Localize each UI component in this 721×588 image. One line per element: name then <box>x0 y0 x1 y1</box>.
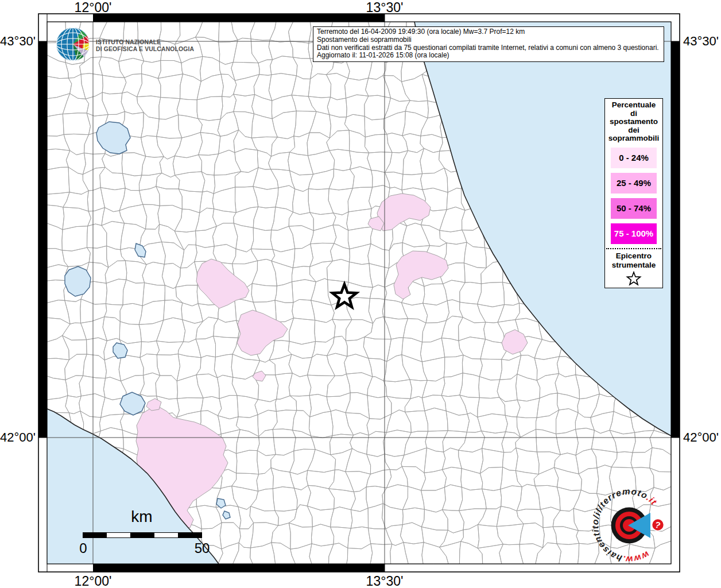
axis-label-right-bottom: 42°00' <box>683 430 721 445</box>
axis-label-bottom-left: 12°00' <box>73 574 113 588</box>
axis-label-top-left: 12°00' <box>73 0 113 16</box>
legend-swatch-label: 0 - 24% <box>619 153 649 163</box>
scalebar-segment <box>107 533 130 537</box>
legend-swatch-75-100: 75 - 100% <box>611 223 657 244</box>
info-line-quantity: Spostamento dei soprammobili <box>317 36 660 44</box>
info-line-updated: Aggiornato il: 11-01-2026 15:08 (ora loc… <box>317 52 660 60</box>
info-line-source: Dati non verificati estratti da 75 quest… <box>317 44 660 52</box>
scalebar-end-label: 50 <box>192 540 212 556</box>
legend-swatch-50-74: 50 - 74% <box>611 198 657 219</box>
scalebar-unit-label: km <box>83 508 201 526</box>
axis-label-top-right: 13°30' <box>365 0 405 16</box>
epicenter-legend-label: Epicentro strumentale <box>605 252 662 270</box>
scalebar <box>83 532 202 538</box>
legend-panel: Percentuale di spostamento dei soprammob… <box>604 98 663 288</box>
epicenter-star-icon <box>626 271 642 287</box>
legend-swatch-label: 50 - 74% <box>617 203 651 213</box>
info-line-event: Terremoto del 16-04-2009 19:49:30 (ora l… <box>317 28 660 36</box>
legend-title-line: dei <box>605 126 662 135</box>
legend-title-line: di <box>605 110 662 118</box>
axis-label-left-top: 43°30' <box>0 34 36 49</box>
ingv-globe-icon <box>55 26 91 62</box>
axis-label-bottom-right: 13°30' <box>365 574 405 588</box>
legend-swatch-25-49: 25 - 49% <box>611 173 657 194</box>
scalebar-segment <box>178 533 201 537</box>
epicenter-label-line: Epicentro <box>605 252 662 261</box>
axis-label-right-top: 43°30' <box>683 34 721 49</box>
ingv-logo: ISTITUTO NAZIONALE DI GEOFISICA E VULCAN… <box>55 26 205 62</box>
map-canvas: www.haisentito/il/terremoto.it? <box>0 0 721 588</box>
ingv-name-line1: ISTITUTO NAZIONALE <box>96 38 194 46</box>
macroseismic-map-page: { "axis": { "top": ["12°00'", "13°30'"],… <box>0 0 721 588</box>
info-box: Terremoto del 16-04-2009 19:49:30 (ora l… <box>313 26 664 62</box>
ingv-wordmark: ISTITUTO NAZIONALE DI GEOFISICA E VULCAN… <box>96 38 194 53</box>
axis-label-left-bottom: 42°00' <box>0 430 36 445</box>
legend-swatch-0-24: 0 - 24% <box>611 148 657 168</box>
legend-title-line: spostamento <box>605 118 662 126</box>
ingv-name-line2: DI GEOFISICA E VULCANOLOGIA <box>96 45 194 53</box>
scalebar-segment <box>154 533 178 537</box>
scalebar-start-label: 0 <box>74 540 92 556</box>
legend-title: Percentuale di spostamento dei soprammob… <box>605 99 662 143</box>
epicenter-label-line: strumentale <box>605 261 662 270</box>
legend-swatch-label: 25 - 49% <box>617 178 651 188</box>
legend-title-line: Percentuale <box>605 101 662 110</box>
legend-title-line: soprammobili <box>605 134 662 143</box>
legend-divider <box>606 248 661 249</box>
scalebar-segment <box>83 533 107 537</box>
legend-swatch-label: 75 - 100% <box>614 229 653 238</box>
scalebar-segment <box>130 533 154 537</box>
